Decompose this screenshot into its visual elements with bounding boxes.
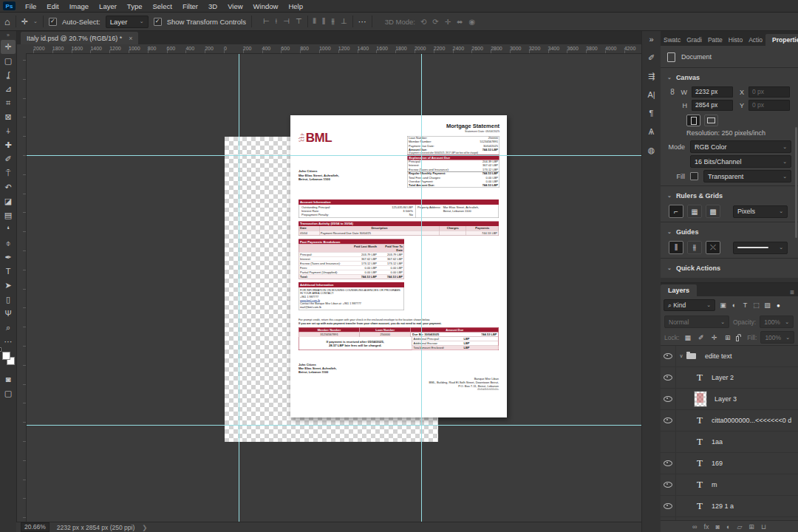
panel-icon[interactable]: ⇶ [648, 71, 655, 81]
tool-button[interactable]: ⊿ [1, 82, 16, 96]
panel-tab[interactable]: Swatc [661, 34, 683, 46]
rulers-grid-button[interactable]: ▦ [687, 205, 702, 218]
auto-select-checkbox[interactable]: ✓ [49, 18, 57, 26]
menu-item[interactable]: File [20, 2, 41, 10]
tool-button[interactable]: ✚ [1, 138, 16, 152]
lock-all-icon[interactable] [736, 336, 739, 341]
layer-row[interactable]: ∨ T Layer 2 [661, 367, 798, 389]
align-icon[interactable]: ⊢ [263, 17, 270, 26]
layers-footer-icon[interactable]: ⊔ [761, 523, 766, 531]
visibility-eye-icon[interactable] [664, 396, 672, 402]
panel-icon[interactable]: A| [647, 89, 655, 100]
layer-row[interactable]: ∨ T edite text [661, 346, 798, 367]
zoom-level-field[interactable]: 20.66% [21, 522, 50, 532]
collapse-toolbar-icon[interactable]: » [7, 31, 10, 40]
layer-row[interactable]: ∨ T 169 [661, 453, 798, 474]
panel-tab[interactable]: Actio [746, 34, 765, 46]
layers-footer-icon[interactable]: ⊞ [748, 523, 754, 531]
properties-scrollbar[interactable] [795, 127, 797, 238]
bit-depth-dropdown[interactable]: 16 Bits/Channel ⌄ [690, 155, 791, 168]
menu-item[interactable]: Image [64, 2, 94, 10]
layer-row[interactable]: ∨ T 01.01.1990 [661, 517, 798, 520]
tool-button[interactable]: ⌽ [1, 236, 16, 250]
tool-button[interactable]: ◪ [1, 194, 16, 208]
layers-footer-icon[interactable]: fx [704, 523, 709, 531]
panel-tab[interactable]: Gradi [683, 34, 705, 46]
layer-row[interactable]: ∨ T m [661, 474, 798, 496]
lock-option-icon[interactable]: ✛ [709, 334, 719, 341]
layers-footer-icon[interactable]: ◐ [726, 523, 730, 531]
layer-row[interactable]: ∨ T Layer 3 [661, 389, 798, 410]
panel-icon[interactable]: ¶ [649, 108, 654, 118]
distribute-icon[interactable]: ⫴ [313, 17, 316, 26]
ruler-units-dropdown[interactable]: Pixels ⌄ [733, 205, 788, 218]
tool-button[interactable]: ✐ [1, 152, 16, 166]
layers-tab[interactable]: Layers [661, 284, 697, 296]
vertical-guide[interactable] [421, 54, 422, 522]
tool-button[interactable]: ❛ [1, 222, 16, 236]
fill-field[interactable]: 100% ⌄ [760, 331, 794, 344]
panel-tab-properties[interactable]: Properties [765, 34, 798, 46]
3d-mode-icon[interactable]: ⟲ [420, 18, 426, 26]
layer-filter-icon[interactable]: ▣ [718, 301, 728, 309]
layer-filter-icon[interactable]: ◐ [729, 301, 739, 309]
layer-filter-icon[interactable]: T [740, 301, 750, 309]
chevron-down-icon[interactable]: ⌄ [33, 18, 38, 24]
layers-footer-icon[interactable]: ▱ [737, 523, 742, 531]
canvas-x-field[interactable]: 0 px [748, 86, 790, 98]
tool-button[interactable]: Ψ [1, 307, 16, 321]
layer-filter-icon[interactable]: ⬚ [751, 301, 761, 309]
guides-button[interactable]: ⫼ [669, 241, 683, 254]
panel-icon[interactable]: ✐ [648, 52, 655, 63]
visibility-eye-icon[interactable] [664, 375, 672, 381]
tool-button[interactable]: ⌗ [1, 96, 16, 110]
tool-button[interactable]: T [1, 265, 16, 279]
lock-option-icon[interactable]: ✐ [696, 334, 706, 341]
tool-button[interactable]: ✛ [1, 40, 16, 54]
panel-tab[interactable]: Histo [726, 34, 746, 46]
menu-item[interactable]: Window [248, 2, 284, 10]
visibility-eye-icon[interactable] [664, 460, 672, 466]
3d-mode-icon[interactable]: ⬌ [457, 18, 463, 26]
menu-item[interactable]: Select [147, 2, 177, 10]
color-mode-dropdown[interactable]: RGB Color ⌄ [690, 140, 791, 153]
document-tab[interactable]: Italy id.psd @ 20.7% (RGB/16) * × [21, 32, 138, 44]
canvas-viewport[interactable]: Mortgage Statement Statement Date: 05/04… [26, 54, 641, 522]
link-dimensions-icon[interactable]: 8 [669, 88, 676, 96]
3d-mode-icon[interactable]: ⟳ [432, 18, 438, 26]
menu-item[interactable]: Edit [41, 2, 64, 10]
visibility-eye-icon[interactable] [664, 482, 672, 488]
home-icon[interactable]: ⌂ [4, 18, 10, 26]
layer-name[interactable]: m [712, 481, 717, 488]
horizontal-ruler[interactable]: 2000180016001400120010008006004002000200… [26, 44, 641, 54]
expand-chevron-icon[interactable]: ∨ [676, 353, 686, 359]
vertical-ruler[interactable] [16, 54, 27, 522]
lock-option-icon[interactable]: ▦ [683, 334, 692, 341]
horizontal-guide[interactable] [26, 425, 641, 426]
menu-item[interactable]: Filter [177, 2, 203, 10]
layer-name[interactable]: 169 [712, 460, 723, 467]
guides-section-title[interactable]: ⌄ Guides [667, 225, 791, 239]
layer-name[interactable]: edite text [705, 352, 732, 360]
distribute-icon[interactable]: ⫼ [322, 17, 326, 26]
layer-row[interactable]: ∨ T 129 1 a [661, 496, 798, 517]
visibility-eye-icon[interactable] [664, 353, 672, 359]
panel-icon[interactable]: » [649, 34, 653, 44]
canvas-y-field[interactable]: 0 px [748, 100, 790, 111]
distribute-icon[interactable]: ⫵ [331, 17, 335, 26]
align-icon[interactable]: ⟊ [276, 17, 278, 26]
layer-filter-dropdown[interactable]: ⌕ Kind ⌄ [664, 299, 715, 311]
tool-button[interactable]: ⍭ [1, 124, 16, 138]
visibility-eye-icon[interactable] [664, 417, 672, 423]
document-page[interactable]: Mortgage Statement Statement Date: 05/04… [290, 115, 507, 417]
screen-mode-button[interactable]: ▢ [1, 386, 16, 400]
color-swatches[interactable] [2, 352, 14, 368]
fill-dropdown[interactable]: Transparent ⌄ [703, 170, 791, 183]
panel-icon[interactable]: Ѧ [649, 126, 654, 137]
tool-button[interactable]: ⊠ [1, 110, 16, 124]
layer-filter-icon[interactable]: ▨ [763, 301, 772, 309]
menu-item[interactable]: 3D [203, 2, 222, 10]
panel-tab[interactable]: Patte [705, 34, 726, 46]
vertical-guide[interactable] [239, 54, 239, 522]
layers-menu-icon[interactable]: ≡ [786, 288, 798, 296]
